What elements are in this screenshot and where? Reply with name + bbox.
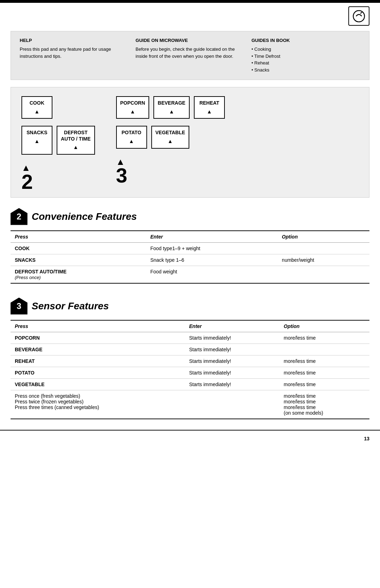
keypad-row-3: POPCORN BEVERAGE REHEAT [116, 96, 225, 119]
table3-vegetable-press: VEGETABLE [11, 378, 185, 390]
section3-title: Sensor Features [32, 301, 109, 312]
help-col-1-title: HELP [20, 38, 128, 43]
table2-defrost-enter: Food weight [146, 266, 278, 283]
vegetable-key[interactable]: VEGETABLE [151, 126, 190, 148]
num-3-badge: ▲ 3 [116, 159, 225, 186]
top-icon-area [0, 3, 380, 26]
guide-item-reheat: Reheat [252, 60, 360, 67]
help-col-3-body: Cooking Time Defrost Reheat Snacks [252, 46, 360, 73]
help-col-2-title: GUIDE ON MICROWAVE [135, 38, 244, 43]
keypad-left-col: COOK SNACKS DEFROSTAUTO / TIME ▲ 2 [21, 96, 95, 192]
table3-potato-option: more/less time [279, 367, 369, 378]
table3-row-veg-sub: Press once (fresh vegetables) Press twic… [11, 390, 369, 419]
table3-popcorn-option: more/less time [279, 332, 369, 343]
table2-cook-press: COOK [11, 242, 146, 254]
table2-th-enter: Enter [146, 231, 278, 243]
table3-popcorn-enter: Starts immediately! [185, 332, 280, 343]
snacks-key[interactable]: SNACKS [21, 126, 52, 155]
section3-table: Press Enter Option POPCORN Starts immedi… [11, 320, 369, 419]
table3-beverage-option [279, 343, 369, 355]
table3-beverage-enter: Starts immediately! [185, 343, 280, 355]
help-col-3: GUIDES IN BOOK Cooking Time Defrost Rehe… [252, 38, 360, 73]
defrost-note: (Press once) [15, 275, 41, 280]
num-2-badge: ▲ 2 [21, 165, 95, 192]
help-col-2: GUIDE ON MICROWAVE Before you begin, che… [135, 38, 244, 73]
table3-row-reheat: REHEAT Starts immediately! more/less tim… [11, 355, 369, 367]
table3-th-option: Option [279, 320, 369, 332]
section2-header: 2 Convenience Features [11, 208, 369, 225]
table3-row-vegetable: VEGETABLE Starts immediately! more/less … [11, 378, 369, 390]
table3-th-enter: Enter [185, 320, 280, 332]
keypad-right-col: POPCORN BEVERAGE REHEAT POTATO VEGETABLE… [116, 96, 225, 186]
table2-cook-option [278, 242, 369, 254]
keypad-row-2: SNACKS DEFROSTAUTO / TIME [21, 126, 95, 155]
guides-list: Cooking Time Defrost Reheat Snacks [252, 46, 360, 73]
help-col-1: HELP Press this pad and any feature pad … [20, 38, 128, 73]
table2-defrost-option [278, 266, 369, 283]
svg-point-0 [353, 11, 365, 22]
table2-header-row: Press Enter Option [11, 231, 369, 243]
table3-vegetable-enter: Starts immediately! [185, 378, 280, 390]
table2-snacks-enter: Snack type 1–6 [146, 254, 278, 266]
reheat-key[interactable]: REHEAT [194, 96, 225, 119]
section2-badge: 2 [11, 208, 27, 225]
keypad-row-1: COOK [21, 96, 95, 119]
guide-item-cooking: Cooking [252, 46, 360, 53]
table3-veg-sub-enter [185, 390, 280, 419]
section2-table: Press Enter Option COOK Food type1–9 + w… [11, 230, 369, 284]
table3-row-popcorn: POPCORN Starts immediately! more/less ti… [11, 332, 369, 343]
table2-snacks-option: number/weight [278, 254, 369, 266]
table3-potato-press: POTATO [11, 367, 185, 378]
table3-reheat-enter: Starts immediately! [185, 355, 280, 367]
table2-defrost-press: DEFROST AUTO/TIME (Press once) [11, 266, 146, 283]
table3-row-beverage: BEVERAGE Starts immediately! [11, 343, 369, 355]
corner-icon [348, 6, 369, 26]
table3-potato-enter: Starts immediately! [185, 367, 280, 378]
cook-key[interactable]: COOK [21, 96, 52, 119]
table2-snacks-press: SNACKS [11, 254, 146, 266]
help-section: HELP Press this pad and any feature pad … [11, 31, 369, 80]
table3-beverage-press: BEVERAGE [11, 343, 185, 355]
guide-item-snacks: Snacks [252, 67, 360, 74]
keypad-row-4: POTATO VEGETABLE [116, 126, 225, 148]
table2-row-defrost: DEFROST AUTO/TIME (Press once) Food weig… [11, 266, 369, 283]
help-col-1-body: Press this pad and any feature pad for u… [20, 46, 128, 60]
guide-item-timedefrost: Time Defrost [252, 53, 360, 60]
top-bar [0, 0, 380, 3]
section3-badge: 3 [11, 298, 27, 315]
table3-th-press: Press [11, 320, 185, 332]
table2-th-option: Option [278, 231, 369, 243]
keypad-diagram: COOK SNACKS DEFROSTAUTO / TIME ▲ 2 POPCO… [11, 87, 369, 198]
defrost-key[interactable]: DEFROSTAUTO / TIME [57, 126, 95, 155]
section2-title: Convenience Features [32, 211, 137, 222]
page-number: 13 [0, 430, 380, 447]
svg-line-1 [360, 12, 362, 13]
table3-veg-sub-press: Press once (fresh vegetables) Press twic… [11, 390, 185, 419]
beverage-key[interactable]: BEVERAGE [153, 96, 190, 119]
table3-header-row: Press Enter Option [11, 320, 369, 332]
help-col-3-title: GUIDES IN BOOK [252, 38, 360, 43]
table3-vegetable-option: more/less time [279, 378, 369, 390]
table3-popcorn-press: POPCORN [11, 332, 185, 343]
help-col-2-body: Before you begin, check the guide locate… [135, 46, 244, 60]
section3-header: 3 Sensor Features [11, 298, 369, 315]
table3-reheat-option: more/less time [279, 355, 369, 367]
table2-row-cook: COOK Food type1–9 + weight [11, 242, 369, 254]
table2-cook-enter: Food type1–9 + weight [146, 242, 278, 254]
table3-row-potato: POTATO Starts immediately! more/less tim… [11, 367, 369, 378]
potato-key[interactable]: POTATO [116, 126, 147, 148]
table2-row-snacks: SNACKS Snack type 1–6 number/weight [11, 254, 369, 266]
table3-reheat-press: REHEAT [11, 355, 185, 367]
table3-veg-sub-option: more/less time more/less time more/less … [279, 390, 369, 419]
popcorn-key[interactable]: POPCORN [116, 96, 150, 119]
table2-th-press: Press [11, 231, 146, 243]
